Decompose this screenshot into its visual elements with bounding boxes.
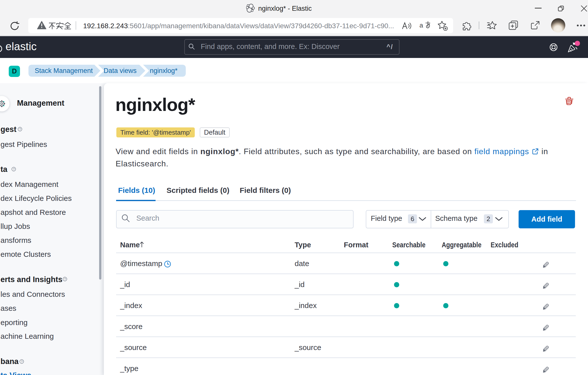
svg-text:?: ? <box>64 278 66 281</box>
svg-text:a: a <box>419 21 423 29</box>
svg-text:?: ? <box>21 360 23 364</box>
svg-text:?: ? <box>13 168 15 171</box>
svg-text:?: ? <box>19 128 21 131</box>
